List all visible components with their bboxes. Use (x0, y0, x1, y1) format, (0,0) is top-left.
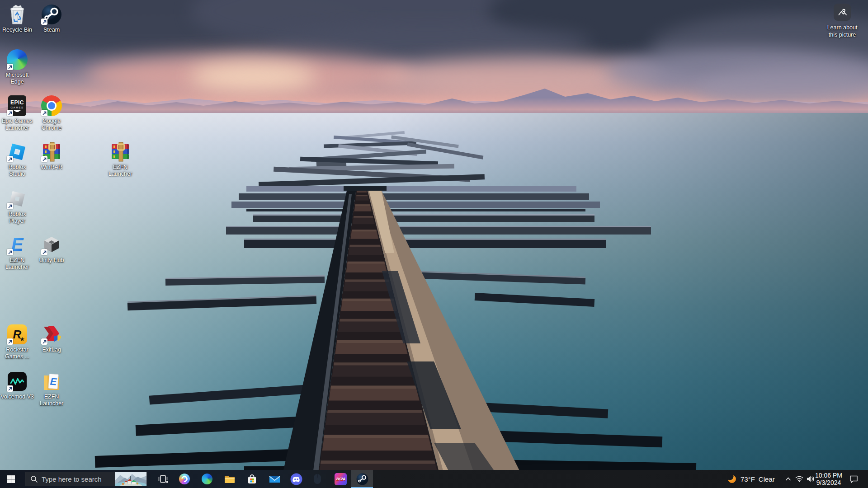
task-view-button[interactable] (152, 470, 174, 488)
mail-icon (269, 475, 280, 483)
desktop-icon-ezfn-launcher-rar[interactable]: EZFN Launcher (103, 141, 137, 178)
shortcut-arrow-icon (7, 249, 13, 255)
desktop-icon-epic-games-launcher[interactable]: EPIC GAMES Epic Games Launcher (0, 95, 34, 131)
epic-games-icon: EPIC GAMES (6, 95, 28, 117)
desktop-icon-recycle-bin[interactable]: Recycle Bin (0, 4, 34, 33)
icon-label: Steam (43, 27, 60, 33)
shortcut-arrow-icon (41, 19, 47, 25)
icon-label: Roblox Studio (9, 164, 26, 178)
rockstar-icon: R ★ (6, 324, 28, 345)
icon-label: Google Chrome (42, 118, 61, 131)
search-input[interactable] (42, 472, 109, 486)
tray-chevron-button[interactable] (783, 470, 793, 488)
learn-about-picture[interactable]: Learn about this picture (825, 4, 860, 38)
shortcut-arrow-icon (7, 203, 13, 209)
edge-icon (6, 49, 28, 70)
search-highlight-image[interactable] (115, 472, 146, 486)
learn-about-label: Learn about this picture (827, 24, 858, 38)
desktop-icon-voicemod-v3[interactable]: Voicemod V3 (0, 371, 34, 400)
desktop-icon-winrar[interactable]: WinRAR (34, 141, 69, 171)
desktop-icon-roblox-player[interactable]: Roblox Player (0, 188, 34, 225)
picture-info-icon[interactable] (834, 4, 851, 21)
steam-icon (356, 473, 368, 485)
nba-2k24-icon: 2K24 (335, 473, 347, 485)
desktop-icon-unity-hub[interactable]: Unity Hub (34, 234, 69, 264)
clock[interactable]: 10:06 PM 9/3/2024 (815, 470, 843, 488)
wifi-icon (795, 476, 803, 482)
weather-widget[interactable]: 73°F Clear (723, 470, 782, 488)
roblox-player-icon (6, 188, 28, 210)
desktop-icon-steam[interactable]: Steam (34, 4, 69, 33)
taskbar-search[interactable] (25, 472, 147, 486)
shortcut-arrow-icon (7, 64, 13, 70)
rockstar-logo-star: ★ (19, 336, 25, 343)
steam-icon (41, 4, 62, 25)
rar-archive-icon (109, 141, 131, 163)
icon-label: ExitLag (42, 347, 61, 353)
desktop-screen: Recycle Bin Steam (0, 0, 868, 488)
icon-label: Recycle Bin (2, 27, 32, 33)
desktop-icon-exitlag[interactable]: ExitLag (34, 324, 69, 353)
volume-button[interactable] (805, 470, 816, 488)
action-center-button[interactable] (844, 470, 863, 488)
shortcut-arrow-icon (7, 110, 13, 116)
icon-label: Rockstar Games ... (5, 347, 29, 360)
nba-2k24-badge: 2K24 (336, 477, 345, 481)
desktop-icon-ezfn-launcher[interactable]: E EZFN Launcher (0, 234, 34, 271)
desktop-icon-microsoft-edge[interactable]: Microsoft Edge (0, 49, 34, 85)
mail-button[interactable] (264, 470, 285, 488)
shortcut-arrow-icon (41, 156, 47, 162)
ezfn-folder-icon: E (41, 371, 62, 392)
icon-label: Epic Games Launcher (2, 118, 33, 131)
icon-label: EZFN Launcher (108, 164, 132, 178)
shortcut-arrow-icon (41, 338, 47, 345)
desktop-icon-rockstar-games[interactable]: R ★ Rockstar Games ... (0, 324, 34, 360)
ezfn-icon: E (6, 234, 28, 256)
nba-2k24-button[interactable]: 2K24 (330, 470, 351, 488)
taskbar: 2K24 73°F Clear (0, 470, 868, 488)
icon-label: EZFN Launcher (5, 257, 29, 271)
file-explorer-icon (224, 474, 235, 484)
tray-time: 10:06 PM (815, 472, 842, 479)
chevron-up-icon (785, 477, 791, 481)
start-button[interactable] (0, 470, 22, 488)
unity-hub-icon (41, 234, 62, 256)
desktop-icon-google-chrome[interactable]: Google Chrome (34, 95, 69, 131)
steam-taskbar-button[interactable] (351, 470, 373, 488)
exitlag-icon (41, 324, 62, 345)
copilot-button[interactable] (174, 470, 195, 488)
desktop-icon-ezfn-launcher-folder[interactable]: E EZFN Launcher (34, 371, 69, 407)
icon-label: EZFN Launcher (40, 394, 63, 407)
file-explorer-button[interactable] (219, 470, 241, 488)
broken-pier (0, 0, 868, 488)
copilot-icon (179, 474, 190, 484)
icon-label: Unity Hub (39, 257, 64, 264)
search-icon (30, 475, 38, 485)
edge-icon (202, 474, 212, 484)
recycle-bin-icon (6, 4, 28, 25)
chrome-icon (41, 95, 62, 117)
temperature: 73°F (741, 475, 755, 483)
network-button[interactable] (794, 470, 805, 488)
moon-icon (727, 474, 737, 484)
microsoft-store-button[interactable] (241, 470, 263, 488)
shortcut-arrow-icon (41, 249, 47, 255)
icon-label: Microsoft Edge (6, 72, 29, 85)
desktop-icon-roblox-studio[interactable]: Roblox Studio (0, 141, 34, 178)
tray-date: 9/3/2024 (816, 479, 841, 486)
shortcut-arrow-icon (7, 385, 13, 392)
shortcut-arrow-icon (41, 110, 47, 116)
mouse-icon (313, 473, 322, 485)
speaker-icon (806, 475, 814, 483)
edge-taskbar-button[interactable] (196, 470, 218, 488)
roblox-studio-icon (6, 141, 28, 163)
shortcut-arrow-icon (7, 156, 13, 162)
hidden-app-button[interactable] (307, 470, 328, 488)
shortcut-arrow-icon (7, 338, 13, 345)
discord-button[interactable] (285, 470, 307, 488)
microsoft-store-icon (247, 474, 257, 485)
icon-label: WinRAR (41, 164, 62, 171)
epic-logo-text: EPIC (10, 99, 24, 106)
notification-icon (849, 475, 858, 483)
wallpaper (0, 0, 868, 488)
